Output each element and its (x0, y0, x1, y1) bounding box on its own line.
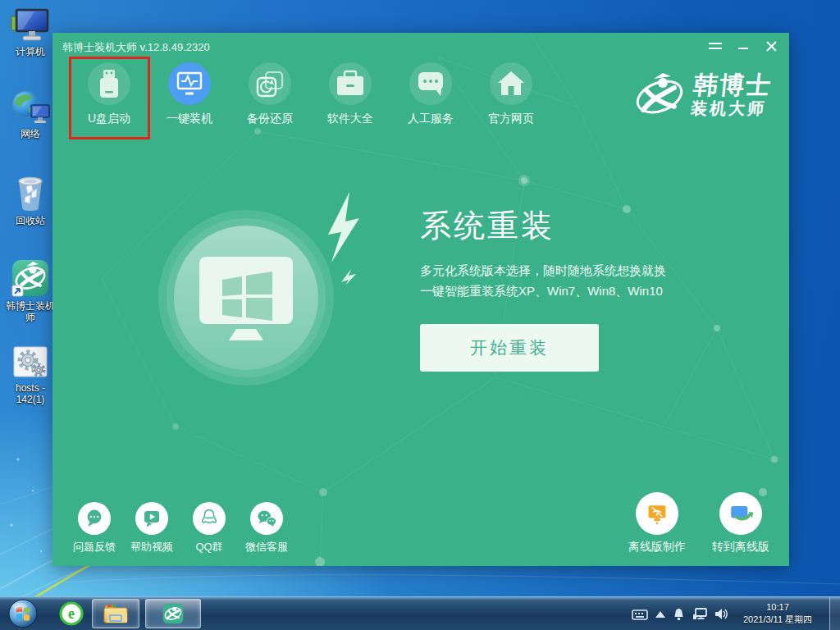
taskbar-clock[interactable]: 10:17 2021/3/11 星期四 (733, 601, 822, 626)
offline-maker-icon (642, 499, 672, 528)
network-icon (9, 87, 52, 126)
hanboshi-taskbar-button[interactable] (145, 599, 201, 628)
nav-label: U盘启动 (80, 112, 139, 126)
wechat-icon (255, 507, 278, 530)
backup-restore-icon (255, 69, 285, 98)
hanboshi-taskbar-icon (162, 602, 185, 625)
footer-label: 微信客服 (238, 540, 295, 555)
desktop-icon-label: 计算机 (2, 46, 58, 57)
start-reinstall-button[interactable]: 开始重装 (420, 324, 599, 372)
app-window: 韩博士装机大师 v.12.8.49.2320 (52, 33, 789, 566)
show-hidden-icons-arrow[interactable] (655, 611, 665, 618)
nav-backup-restore[interactable]: 备份还原 (240, 62, 299, 126)
desktop-icon-label: hosts - 142(1) (2, 382, 58, 405)
offline-maker-item[interactable]: 离线版制作 (615, 492, 699, 555)
nav-usb-boot[interactable]: U盘启动 (80, 62, 139, 126)
nav-one-key-install[interactable]: 一键装机 (160, 62, 219, 126)
explorer-taskbar-button[interactable] (92, 599, 139, 628)
usb-drive-icon (95, 69, 123, 98)
recycle-bin-icon (10, 172, 51, 213)
goto-offline-item[interactable]: 转到离线版 (699, 492, 783, 555)
desktop-icon-computer[interactable]: 计算机 (2, 7, 58, 57)
close-button[interactable] (761, 38, 781, 54)
titlebar: 韩博士装机大师 v.12.8.49.2320 (52, 33, 789, 57)
chat-bubble-icon (416, 70, 445, 98)
windows-monitor-icon (193, 252, 299, 344)
footer-label: 问题反馈 (66, 540, 123, 555)
footer-right: 离线版制作 转到离线版 (615, 492, 783, 555)
system-tray (632, 597, 728, 630)
briefcase-icon (335, 70, 366, 98)
nav-label: 人工服务 (401, 112, 460, 126)
hanboshi-app-icon (10, 258, 51, 299)
brand-logo: 韩博士 装机大师 (633, 69, 771, 121)
window-title: 韩博士装机大师 v.12.8.49.2320 (62, 40, 210, 55)
hosts-file-icon (10, 343, 51, 381)
hero-desc-line2: 一键智能重装系统XP、Win7、Win8、Win10 (420, 281, 765, 301)
browser-icon[interactable]: e (59, 601, 84, 629)
hero-section: 系统重装 多元化系统版本选择，随时随地系统想换就换 一键智能重装系统XP、Win… (420, 205, 765, 372)
minimize-button[interactable] (733, 38, 753, 54)
menu-button[interactable] (705, 38, 725, 54)
footer-label: QQ群 (180, 540, 238, 555)
footer-label: 离线版制作 (615, 540, 699, 555)
feedback-icon (83, 507, 106, 530)
footer-left: 问题反馈 帮助视频 QQ群 (66, 502, 295, 555)
desktop-icon-network[interactable]: 网络 (2, 87, 58, 139)
computer-icon (10, 7, 51, 44)
hero-title: 系统重装 (420, 205, 765, 247)
taskbar: e (0, 596, 840, 630)
nav-label: 备份还原 (240, 112, 299, 126)
nav-label: 官方网页 (482, 112, 541, 126)
qq-icon (198, 507, 221, 530)
help-video-item[interactable]: 帮助视频 (123, 502, 180, 555)
qq-group-item[interactable]: QQ群 (180, 502, 238, 555)
notification-bell-icon[interactable] (673, 608, 685, 621)
keyboard-tray-icon[interactable] (632, 609, 648, 620)
volume-tray-icon[interactable] (714, 608, 728, 620)
brand-subname: 装机大师 (690, 98, 771, 118)
start-button[interactable] (8, 599, 38, 630)
feedback-item[interactable]: 问题反馈 (66, 502, 123, 555)
network-tray-icon[interactable] (692, 608, 707, 620)
footer-label: 转到离线版 (699, 540, 783, 555)
home-icon (496, 70, 526, 98)
monitor-pulse-icon (175, 70, 204, 98)
lightning-bolt-icon (323, 190, 363, 285)
wechat-service-item[interactable]: 微信客服 (238, 502, 295, 555)
clock-date: 2021/3/11 星期四 (733, 614, 822, 626)
nav-official-website[interactable]: 官方网页 (482, 62, 541, 126)
nav-software-center[interactable]: 软件大全 (321, 62, 380, 126)
show-desktop-button[interactable] (829, 597, 840, 630)
footer-label: 帮助视频 (123, 540, 180, 555)
desktop-icon-label: 韩博士装机师 (2, 300, 58, 323)
folder-icon (103, 603, 129, 624)
nav-label: 一键装机 (160, 112, 219, 126)
nav-human-service[interactable]: 人工服务 (401, 62, 460, 126)
nav-label: 软件大全 (321, 112, 380, 126)
brand-name: 韩博士 (692, 72, 774, 98)
goto-offline-icon (726, 499, 756, 528)
clock-time: 10:17 (733, 601, 822, 614)
desktop: 计算机 网络 回收站 (0, 0, 840, 630)
main-nav: U盘启动 一键装机 备份还原 (80, 62, 562, 126)
desktop-icon-recycle-bin[interactable]: 回收站 (2, 172, 58, 226)
desktop-icon-label: 回收站 (2, 215, 58, 226)
hero-desc-line1: 多元化系统版本选择，随时随地系统想换就换 (420, 260, 765, 281)
brand-logo-mark (633, 69, 686, 121)
desktop-icon-hanboshi-app[interactable]: 韩博士装机师 (2, 258, 58, 323)
help-video-icon (140, 507, 163, 530)
hero-circle (158, 210, 334, 386)
desktop-icon-hosts-file[interactable]: hosts - 142(1) (2, 343, 58, 405)
desktop-icon-label: 网络 (2, 128, 58, 139)
svg-text:e: e (68, 605, 75, 622)
